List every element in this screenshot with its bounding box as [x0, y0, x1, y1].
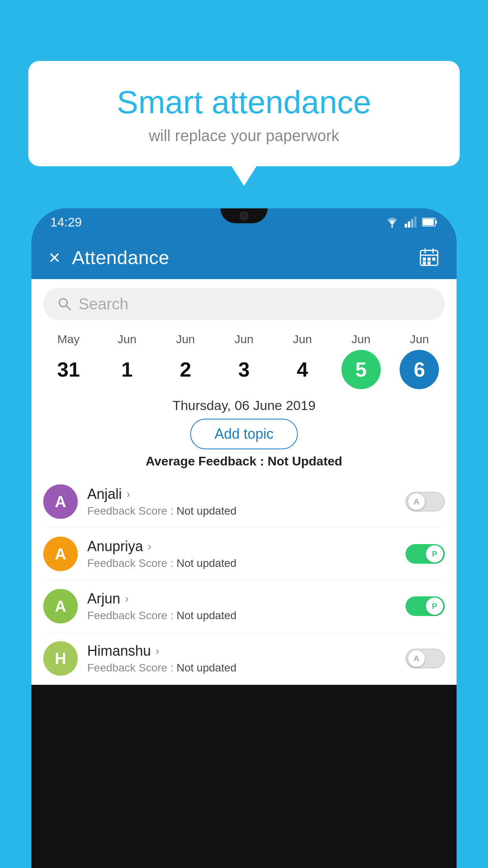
calendar-strip: May31Jun1Jun2Jun3Jun4Jun5Jun6 [31, 329, 457, 389]
toggle-knob-3: A [408, 650, 425, 667]
avg-feedback-label: Average Feedback : [146, 454, 264, 468]
page-title: Attendance [72, 247, 407, 268]
status-icons [385, 217, 438, 228]
speech-bubble: Smart attendance will replace your paper… [28, 61, 460, 166]
toggle-knob-2: P [426, 598, 443, 615]
svg-rect-1 [405, 224, 407, 228]
student-item-1[interactable]: AAnupriya ›Feedback Score : Not updatedP [43, 528, 445, 580]
search-bar[interactable]: Search [43, 288, 445, 320]
attendance-toggle-2[interactable]: P [405, 596, 445, 616]
cal-month-4: Jun [293, 333, 312, 346]
svg-rect-14 [432, 257, 435, 261]
svg-rect-13 [427, 257, 431, 261]
chevron-right-icon: › [148, 540, 151, 553]
battery-icon [422, 217, 438, 227]
student-avatar-0: A [43, 484, 78, 519]
phone-frame: 14:29 × At [31, 208, 457, 868]
cal-month-0: May [57, 333, 80, 346]
cal-date-6: 6 [400, 350, 439, 389]
svg-rect-16 [427, 261, 431, 265]
student-feedback-3: Feedback Score : Not updated [87, 662, 396, 674]
close-button[interactable]: × [49, 248, 60, 267]
feedback-value-1: Not updated [176, 557, 237, 569]
chevron-right-icon: › [156, 645, 159, 657]
svg-point-0 [391, 226, 393, 228]
cal-month-3: Jun [235, 333, 253, 346]
avg-feedback-value: Not Updated [268, 454, 342, 468]
svg-line-18 [66, 306, 70, 310]
calendar-day-1[interactable]: Jun1 [101, 333, 152, 389]
svg-rect-3 [411, 219, 413, 228]
svg-rect-6 [435, 221, 437, 224]
feedback-value-0: Not updated [176, 505, 237, 517]
cal-month-1: Jun [117, 333, 136, 346]
cal-month-5: Jun [351, 333, 370, 346]
student-name-0: Anjali › [87, 486, 396, 502]
toggle-knob-0: A [408, 493, 425, 510]
app-header: × Attendance [31, 236, 457, 279]
calendar-icon[interactable] [419, 247, 439, 268]
student-avatar-3: H [43, 641, 78, 676]
svg-rect-12 [423, 257, 426, 261]
toggle-knob-1: P [426, 545, 443, 563]
search-icon [57, 297, 72, 311]
student-info-1: Anupriya ›Feedback Score : Not updated [87, 538, 396, 570]
bubble-title: Smart attendance [48, 85, 440, 120]
search-placeholder: Search [79, 295, 128, 313]
student-feedback-2: Feedback Score : Not updated [87, 609, 396, 622]
svg-rect-7 [423, 219, 434, 225]
svg-rect-4 [414, 217, 416, 228]
svg-rect-15 [423, 261, 426, 265]
avg-feedback: Average Feedback : Not Updated [31, 454, 457, 469]
attendance-toggle-1[interactable]: P [405, 544, 445, 564]
svg-rect-2 [408, 221, 410, 228]
feedback-value-3: Not updated [176, 662, 237, 674]
cal-date-2: 2 [166, 350, 205, 389]
selected-date-label: Thursday, 06 June 2019 [31, 398, 457, 413]
cal-date-3: 3 [224, 350, 264, 389]
calendar-day-3[interactable]: Jun3 [218, 333, 270, 389]
signal-icon [405, 217, 416, 228]
attendance-toggle-3[interactable]: A [405, 649, 445, 668]
add-topic-button[interactable]: Add topic [190, 419, 298, 449]
cal-month-2: Jun [176, 333, 195, 346]
phone-screen: Search May31Jun1Jun2Jun3Jun4Jun5Jun6 Thu… [31, 279, 457, 685]
student-list: AAnjali ›Feedback Score : Not updatedAAA… [31, 476, 457, 685]
cal-date-4: 4 [283, 350, 322, 389]
cal-date-0: 31 [49, 350, 88, 389]
student-name-3: Himanshu › [87, 643, 396, 659]
cal-month-6: Jun [410, 333, 429, 346]
calendar-day-0[interactable]: May31 [43, 333, 94, 389]
status-time: 14:29 [50, 215, 82, 230]
calendar-day-4[interactable]: Jun4 [277, 333, 328, 389]
cal-date-1: 1 [107, 350, 147, 389]
front-camera [240, 211, 248, 220]
notch [220, 208, 268, 223]
student-item-3[interactable]: HHimanshu ›Feedback Score : Not updatedA [43, 633, 445, 685]
feedback-value-2: Not updated [176, 609, 237, 622]
student-info-3: Himanshu ›Feedback Score : Not updated [87, 643, 396, 674]
wifi-icon [385, 217, 399, 228]
bubble-subtitle: will replace your paperwork [48, 127, 440, 145]
student-item-2[interactable]: AArjun ›Feedback Score : Not updatedP [43, 580, 445, 633]
status-bar: 14:29 [31, 208, 457, 236]
student-feedback-0: Feedback Score : Not updated [87, 505, 396, 517]
cal-date-5: 5 [341, 350, 381, 389]
student-feedback-1: Feedback Score : Not updated [87, 557, 396, 570]
attendance-toggle-0[interactable]: A [405, 492, 445, 511]
student-item-0[interactable]: AAnjali ›Feedback Score : Not updatedA [43, 476, 445, 528]
calendar-day-6[interactable]: Jun6 [394, 333, 445, 389]
student-avatar-2: A [43, 589, 78, 623]
student-info-2: Arjun ›Feedback Score : Not updated [87, 590, 396, 622]
student-name-2: Arjun › [87, 590, 396, 607]
chevron-right-icon: › [125, 592, 128, 605]
chevron-right-icon: › [127, 488, 130, 500]
student-name-1: Anupriya › [87, 538, 396, 555]
calendar-day-2[interactable]: Jun2 [160, 333, 211, 389]
student-info-0: Anjali ›Feedback Score : Not updated [87, 486, 396, 517]
calendar-day-5[interactable]: Jun5 [336, 333, 387, 389]
student-avatar-1: A [43, 537, 78, 571]
